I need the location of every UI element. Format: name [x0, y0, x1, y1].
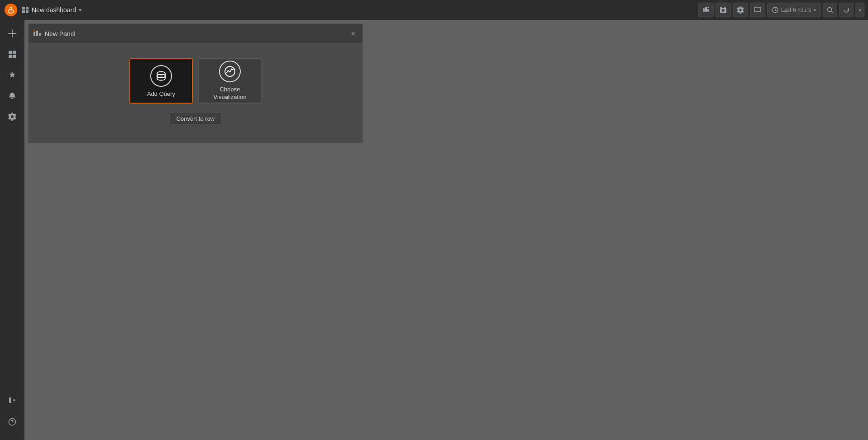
add-query-card[interactable]: Add Query	[129, 58, 193, 104]
refresh-interval-arrow: ▾	[859, 8, 861, 13]
panel-header: New Panel ×	[29, 24, 362, 44]
refresh-interval-button[interactable]: ▾	[855, 3, 864, 17]
sidebar-item-signin[interactable]	[2, 390, 22, 410]
signin-icon	[8, 396, 16, 404]
svg-point-15	[828, 8, 832, 12]
save-dashboard-button[interactable]	[715, 3, 731, 17]
search-icon	[827, 7, 833, 13]
panel-close-button[interactable]: ×	[348, 29, 358, 39]
alerting-icon	[8, 92, 16, 100]
sidebar-item-help[interactable]	[2, 412, 22, 432]
choose-visualization-label: ChooseVisualization	[214, 86, 247, 101]
svg-rect-19	[13, 55, 16, 58]
svg-rect-21	[33, 32, 35, 36]
main-content: New Panel ×	[24, 20, 868, 440]
create-icon	[8, 29, 17, 38]
clock-icon	[772, 7, 778, 13]
sidebar	[0, 20, 24, 440]
dashboard-settings-button[interactable]	[733, 3, 748, 17]
panel-options: Add Query ChooseVisualization	[129, 58, 262, 104]
choose-visualization-card[interactable]: ChooseVisualization	[198, 58, 262, 104]
refresh-icon	[843, 7, 849, 13]
panel-header-left: New Panel	[33, 30, 76, 38]
topbar-actions: Last 6 hours ▾ ▾	[698, 3, 864, 17]
dashboard-title[interactable]: New dashboard ▾	[22, 6, 81, 14]
choose-visualization-icon	[219, 61, 241, 82]
svg-rect-6	[22, 10, 25, 13]
time-range-picker[interactable]: Last 6 hours ▾	[767, 3, 821, 17]
configuration-icon	[8, 113, 16, 121]
explore-icon	[8, 71, 16, 79]
sidebar-item-configuration[interactable]	[2, 107, 22, 127]
panel-title: New Panel	[45, 30, 76, 38]
panel-body: Add Query ChooseVisualization	[29, 44, 362, 143]
sidebar-item-create[interactable]	[2, 24, 22, 43]
dashboard-icon	[22, 6, 29, 14]
time-range-arrow: ▾	[814, 8, 816, 13]
svg-rect-22	[36, 31, 38, 36]
sidebar-item-explore[interactable]	[2, 65, 22, 85]
panel-icon	[33, 30, 41, 38]
dropdown-arrow-icon: ▾	[79, 7, 81, 13]
svg-rect-10	[707, 9, 709, 12]
add-panel-button[interactable]	[698, 3, 714, 17]
refresh-button[interactable]	[839, 3, 854, 17]
help-icon	[8, 418, 16, 426]
add-query-label: Add Query	[147, 90, 175, 97]
dashboard-title-text: New dashboard	[32, 6, 76, 14]
visualization-icon	[224, 65, 236, 78]
cycle-view-button[interactable]	[750, 3, 765, 17]
sidebar-item-alerting[interactable]	[2, 86, 22, 106]
svg-rect-17	[13, 51, 16, 54]
sidebar-bottom	[2, 390, 22, 436]
add-query-icon	[150, 65, 172, 87]
sidebar-item-dashboards[interactable]	[2, 44, 22, 64]
search-button[interactable]	[823, 3, 837, 17]
time-range-label: Last 6 hours	[781, 7, 811, 13]
svg-rect-9	[705, 7, 707, 12]
svg-rect-8	[703, 8, 705, 12]
svg-rect-5	[26, 7, 29, 9]
new-panel-container: New Panel ×	[28, 24, 363, 143]
topbar: New dashboard ▾	[0, 0, 868, 20]
dashboards-icon	[8, 50, 16, 58]
svg-point-3	[10, 8, 12, 9]
svg-rect-16	[9, 51, 12, 54]
svg-rect-4	[22, 7, 25, 9]
database-icon	[155, 70, 167, 82]
svg-rect-18	[9, 55, 12, 58]
svg-rect-13	[754, 7, 761, 12]
main-layout: New Panel ×	[0, 20, 868, 440]
svg-rect-23	[39, 33, 41, 36]
grafana-logo[interactable]	[4, 3, 18, 17]
convert-to-row-button[interactable]: Convert to row	[170, 113, 222, 125]
svg-rect-7	[26, 10, 29, 13]
